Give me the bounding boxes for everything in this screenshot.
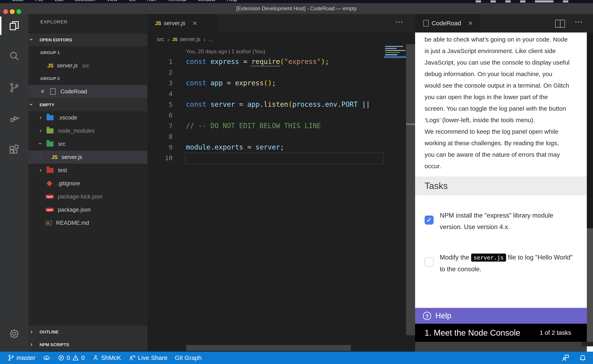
explorer-icon[interactable] [0, 15, 28, 36]
branch-icon [7, 354, 14, 361]
tree-item-gitignore[interactable]: .gitignore [28, 177, 147, 190]
file-icon [423, 20, 429, 26]
close-tab-icon[interactable]: ✕ [468, 20, 473, 27]
editor-tab-bar: JS server.js ✕ ⋯ [147, 14, 415, 32]
line-number: 7 [147, 121, 173, 131]
code-line-4[interactable]: 4 [147, 88, 384, 99]
js-file-icon: JS [52, 154, 57, 160]
npm-scripts-section-header[interactable]: › NPM SCRIPTS [28, 338, 147, 351]
paragraph-line: JavaScript, you can use the console to d… [425, 57, 570, 68]
line-number: 3 [147, 78, 173, 88]
js-file-icon: JS [47, 63, 53, 69]
help-accordion[interactable]: ? Help [415, 308, 587, 324]
file-icon [50, 88, 56, 95]
editor-actions-more-icon[interactable]: ⋯ [395, 20, 404, 24]
extensions-icon[interactable] [0, 139, 28, 160]
window-title: [Extension Development Host] - CodeRoad … [0, 3, 593, 14]
empty-section-header[interactable]: › EMPTY [28, 98, 147, 111]
split-editor-icon[interactable] [555, 20, 565, 27]
error-icon [58, 354, 65, 361]
editor-actions-more-icon[interactable]: ⋯ [575, 20, 583, 24]
vscode-window: CodeFileEditSelectionViewGoRunTerminalWi… [0, 0, 593, 364]
tab-server-js[interactable]: JS server.js ✕ [147, 14, 218, 32]
problems-item[interactable]: 0 0 [58, 354, 85, 361]
menu-item-code[interactable]: Code [12, 0, 24, 2]
panel-scrollbar-track[interactable] [406, 44, 415, 335]
tree-item-package-lock[interactable]: npm package-lock.json [28, 190, 147, 203]
code-line-5[interactable]: 5const server = app.listen(process.env.P… [147, 99, 384, 110]
lesson-progress: 1 of 2 tasks [540, 329, 571, 336]
open-editors-header[interactable]: › OPEN EDITORS [28, 33, 147, 46]
source-control-icon[interactable] [0, 77, 28, 98]
js-file-icon: JS [172, 37, 177, 42]
close-tab-icon[interactable]: ✕ [192, 20, 197, 27]
panel-scrollbar-thumb[interactable] [406, 124, 415, 125]
test-folder-icon [47, 168, 53, 173]
sync-item[interactable] [43, 354, 50, 362]
warning-icon [72, 354, 79, 361]
run-debug-icon[interactable] [0, 108, 28, 129]
menu-item-go[interactable]: Go [129, 0, 135, 2]
open-editor-coderoad[interactable]: ✕ CodeRoad [28, 85, 147, 98]
git-graph-item[interactable]: Git Graph [175, 354, 202, 361]
tree-item-vscode[interactable]: › .vscode [28, 111, 147, 124]
status-icon-fragment [476, 0, 481, 2]
task-checkbox-unchecked[interactable] [425, 258, 434, 266]
chevron-right-icon: › [38, 167, 44, 173]
menu-item-file[interactable]: File [35, 0, 43, 2]
breadcrumb[interactable]: src › JS server.js › ... [147, 32, 415, 46]
webview-corner [582, 342, 593, 346]
menu-item-terminal[interactable]: Terminal [168, 0, 186, 2]
tab-coderoad[interactable]: CodeRoad ✕ [415, 14, 480, 32]
settings-gear-icon[interactable] [0, 324, 28, 344]
user-item[interactable]: ShMcK [92, 354, 121, 361]
live-share-item[interactable]: Live Share [128, 354, 167, 362]
webview-scrollbar-track[interactable] [587, 32, 593, 228]
outline-section-header[interactable]: › OUTLINE [28, 325, 147, 338]
menu-item-help[interactable]: Help [227, 0, 237, 2]
code-line-1[interactable]: 1const express = require("express"); [147, 56, 384, 67]
paragraph-line: you can open the logs in the lower part … [425, 91, 570, 103]
task-1-text: NPM install the "express" library module… [440, 210, 563, 233]
menu-item-run[interactable]: Run [147, 0, 156, 2]
line-number: 4 [147, 88, 173, 99]
feedback-icon[interactable] [561, 354, 570, 362]
horizontal-scrollbar[interactable] [186, 345, 351, 351]
open-editor-server-js[interactable]: JS server.js src [28, 59, 147, 72]
minimap[interactable] [384, 44, 406, 352]
git-branch-item[interactable]: master [7, 354, 35, 361]
tree-item-src[interactable]: › src [28, 137, 147, 150]
menu-item-view[interactable]: View [107, 0, 117, 2]
code-editor[interactable]: You, 20 days ago | 1 author (You) 1const… [147, 46, 406, 352]
code-line-9[interactable]: 9module.exports = server; [147, 142, 384, 153]
tree-item-package-json[interactable]: npm package.json [28, 203, 147, 216]
tree-item-readme[interactable]: M↓ README.md [28, 216, 147, 229]
status-bar: master 0 0 ShMcK Live Share Git Graph [0, 352, 593, 364]
menu-item-edit[interactable]: Edit [55, 0, 63, 2]
menu-item-window[interactable]: Window [198, 0, 215, 2]
git-blame-annotation[interactable]: You, 20 days ago | 1 author (You) [186, 48, 265, 55]
paragraph-line: be able to check what’s going on in your… [425, 34, 570, 45]
close-icon[interactable]: ✕ [40, 88, 45, 95]
coderoad-tab-bar: CodeRoad ✕ ⋯ [415, 14, 593, 32]
code-line-8[interactable]: 8 [147, 131, 384, 142]
paragraph-line: debug information. On your local machine… [425, 68, 570, 80]
minimap-line [385, 46, 403, 47]
menu-items: CodeFileEditSelectionViewGoRunTerminalWi… [12, 0, 237, 2]
npm-icon: npm [46, 195, 54, 199]
code-line-6[interactable]: 6 [147, 110, 384, 121]
menu-item-selection[interactable]: Selection [75, 0, 95, 2]
tree-item-node-modules[interactable]: › node_modules [28, 124, 147, 137]
markdown-icon: M↓ [46, 221, 52, 225]
bell-icon[interactable] [579, 354, 587, 362]
search-icon[interactable] [0, 46, 28, 66]
tree-item-server-js[interactable]: JS server.js [28, 150, 147, 164]
task-checkbox-checked[interactable]: ✓ [425, 215, 434, 225]
chevron-right-icon: › [28, 341, 35, 347]
paragraph-line: would see the console output in a termin… [425, 80, 570, 91]
code-line-3[interactable]: 3const app = express(); [147, 78, 384, 88]
webview-scrollbar-thumb[interactable] [587, 228, 593, 342]
tree-item-test[interactable]: › test [28, 164, 147, 177]
code-line-7[interactable]: 7// -- DO NOT EDIT BELOW THIS LINE [147, 121, 384, 131]
code-line-2[interactable]: 2 [147, 67, 384, 78]
